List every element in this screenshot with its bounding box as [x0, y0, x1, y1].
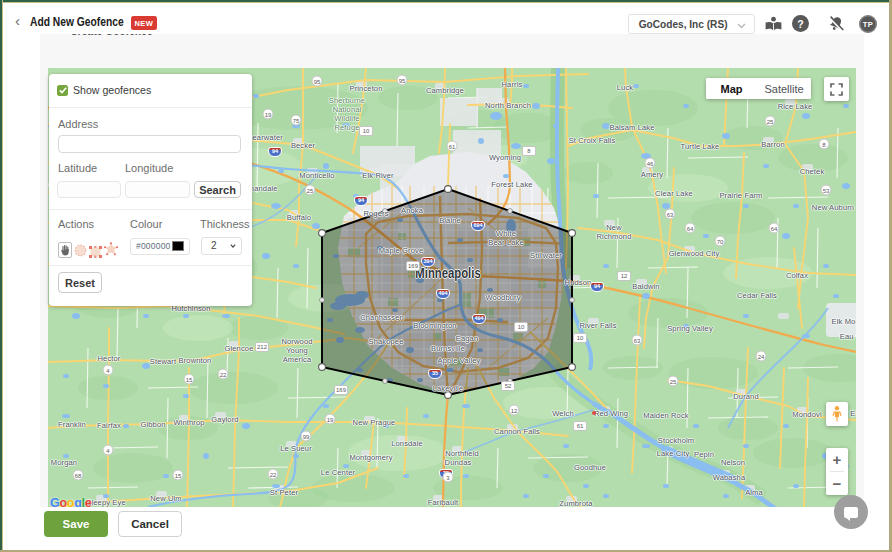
map-label: Stillwater: [530, 251, 562, 260]
map-label: Refuge: [334, 123, 359, 132]
road-shield: 394: [421, 257, 435, 267]
map-label: Colfax: [786, 271, 808, 280]
draw-polygon-tool[interactable]: [104, 242, 118, 260]
map-label: Stewart: [150, 357, 176, 366]
road-shield: 70: [715, 236, 726, 247]
road-shield: 169: [406, 261, 420, 271]
fullscreen-icon: [830, 83, 843, 96]
latitude-label: Latitude: [58, 162, 97, 174]
reset-button[interactable]: Reset: [58, 272, 102, 293]
star-shape-icon: [104, 242, 118, 256]
map-label: Turtle Lake: [681, 142, 720, 151]
chat-widget-button[interactable]: [834, 495, 868, 529]
map-label: Barron: [761, 140, 784, 149]
map-label: Gaylord: [211, 415, 238, 424]
latitude-input[interactable]: [57, 181, 121, 198]
avatar[interactable]: TP: [859, 15, 877, 33]
road-shield: 64: [685, 223, 696, 234]
zoom-out-button[interactable]: −: [826, 472, 848, 495]
panel-divider: [49, 265, 252, 266]
notifications-muted-icon[interactable]: [825, 13, 847, 35]
colour-input[interactable]: #000000: [130, 238, 190, 255]
map-label: Morgan: [51, 458, 77, 467]
back-chevron-icon[interactable]: ‹: [15, 13, 20, 28]
company-selector[interactable]: GoCodes, Inc (RS): [628, 14, 755, 34]
road-shield: 94: [354, 196, 368, 206]
map-label: New Ulm: [150, 494, 181, 503]
company-name: GoCodes, Inc (RS): [629, 18, 728, 30]
road-shield: 8: [522, 146, 536, 156]
road-shield: 61: [573, 421, 587, 431]
thickness-select[interactable]: 2: [201, 237, 242, 255]
geofence-panel: Show geofences Address Latitude Longitud…: [49, 74, 252, 306]
map-label: New Auburn: [812, 203, 854, 212]
map-label: Amery: [641, 170, 663, 179]
map-label: Lakeville: [433, 384, 464, 393]
map-label: Maiden Rock: [643, 411, 688, 420]
draw-rectangle-tool[interactable]: [89, 244, 102, 262]
longitude-input[interactable]: [125, 181, 190, 198]
map-label: Cannon Falls: [494, 427, 540, 436]
map-label: Fairfax: [97, 421, 121, 430]
road-shield: 169: [334, 385, 348, 395]
map-label: New Prague: [353, 418, 396, 427]
map-label: Wildlife: [334, 114, 359, 123]
pan-tool-button[interactable]: [58, 242, 72, 258]
frame-border: [0, 0, 2, 552]
fullscreen-button[interactable]: [824, 77, 849, 101]
map-label: Cambridge: [426, 86, 464, 95]
map-button[interactable]: Map: [706, 78, 757, 99]
thickness-value: 2: [202, 240, 230, 251]
map-label: Eleva: [850, 409, 856, 418]
satellite-button[interactable]: Satellite: [757, 78, 811, 99]
map-label: Chetek: [800, 167, 825, 176]
road-shield: 10: [514, 322, 528, 332]
save-button[interactable]: Save: [44, 511, 108, 537]
map-label: Maple Grove: [379, 246, 424, 255]
colour-value: #000000: [131, 241, 172, 251]
map-label: Brownton: [179, 356, 212, 365]
road-shield: 212: [255, 342, 269, 352]
chevron-down-icon: [737, 23, 746, 29]
map-label: Sleepy Eye: [86, 498, 125, 507]
draw-circle-tool[interactable]: [74, 243, 87, 261]
chat-bubble-icon: [844, 507, 858, 518]
pegman-button[interactable]: [826, 402, 848, 426]
page-title: Add New Geofence: [30, 14, 124, 29]
map-label: Apple Valley: [438, 356, 481, 365]
road-shield: 68: [73, 470, 84, 481]
help-icon[interactable]: ?: [792, 15, 809, 32]
google-logo: Google: [50, 496, 91, 507]
road-shield: 99: [301, 431, 312, 442]
map-label: Le Center: [321, 468, 355, 477]
road-shield: 64: [769, 223, 780, 234]
cancel-button[interactable]: Cancel: [118, 511, 182, 537]
map-label: Durand: [733, 392, 759, 401]
map-label: National: [333, 105, 362, 114]
map-type-control: Map Satellite: [706, 78, 811, 99]
road-shield: 19: [325, 414, 336, 425]
map-label: Richmond: [597, 232, 632, 241]
new-badge: NEW: [131, 16, 157, 30]
road-shield: 35: [428, 369, 442, 379]
map-label: Welch: [552, 409, 573, 418]
map-label: Wyoming: [489, 153, 521, 162]
zoom-in-button[interactable]: +: [826, 448, 848, 471]
road-shield: 95: [312, 76, 323, 87]
search-button[interactable]: Search: [194, 181, 241, 198]
road-shield: 494: [472, 314, 486, 324]
road-shield: 63: [632, 335, 643, 346]
map-label: Spring Valley: [667, 324, 713, 333]
map-label: Cedar Falls: [737, 291, 777, 300]
map-label: Stockholm: [658, 436, 694, 445]
show-geofences-label: Show geofences: [73, 84, 151, 96]
map-label: Shakopee: [369, 337, 404, 346]
map-label: Gibbon: [140, 420, 165, 429]
show-geofences-checkbox[interactable]: [57, 85, 68, 96]
map-label: Glencoe: [225, 344, 254, 353]
address-input[interactable]: [58, 135, 241, 153]
road-shield: 10: [359, 126, 373, 136]
map-label: New: [606, 223, 621, 232]
map-label: Rice Lake: [778, 102, 813, 111]
training-icon[interactable]: [762, 13, 784, 35]
